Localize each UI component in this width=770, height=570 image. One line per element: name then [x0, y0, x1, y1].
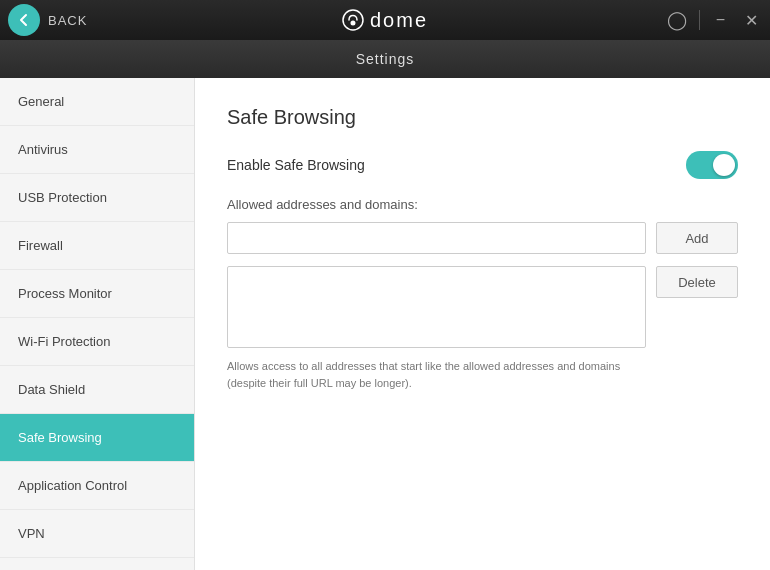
separator	[699, 10, 700, 30]
sidebar-item-general[interactable]: General	[0, 78, 194, 126]
address-input[interactable]	[227, 222, 646, 254]
sidebar-item-data-shield[interactable]: Data Shield	[0, 366, 194, 414]
settings-header: Settings	[0, 40, 770, 78]
sidebar-item-usb-protection[interactable]: USB Protection	[0, 174, 194, 222]
delete-col: Delete	[656, 266, 738, 348]
minimize-button[interactable]: −	[712, 11, 729, 29]
address-textarea[interactable]	[227, 266, 646, 348]
content-area: Safe Browsing Enable Safe Browsing Allow…	[195, 78, 770, 570]
sidebar: General Antivirus USB Protection Firewal…	[0, 78, 195, 570]
back-button[interactable]	[8, 4, 40, 36]
sidebar-item-antivirus[interactable]: Antivirus	[0, 126, 194, 174]
titlebar: BACK dome ◯ − ✕	[0, 0, 770, 40]
address-input-row: Add	[227, 222, 738, 254]
page-title: Safe Browsing	[227, 106, 738, 129]
logo-area: dome	[342, 9, 428, 32]
settings-title: Settings	[356, 51, 415, 67]
sidebar-item-process-monitor[interactable]: Process Monitor	[0, 270, 194, 318]
enable-toggle[interactable]	[686, 151, 738, 179]
svg-point-0	[343, 10, 363, 30]
delete-button[interactable]: Delete	[656, 266, 738, 298]
sidebar-item-firewall[interactable]: Firewall	[0, 222, 194, 270]
logo-icon	[342, 9, 364, 31]
sidebar-item-wifi-protection[interactable]: Wi-Fi Protection	[0, 318, 194, 366]
textarea-row: Delete	[227, 266, 738, 348]
sidebar-item-safe-browsing[interactable]: Safe Browsing	[0, 414, 194, 462]
back-label: BACK	[48, 13, 87, 28]
logo-text: dome	[370, 9, 428, 32]
hint-text: Allows access to all addresses that star…	[227, 358, 637, 391]
close-button[interactable]: ✕	[741, 11, 762, 30]
allowed-label: Allowed addresses and domains:	[227, 197, 738, 212]
add-button[interactable]: Add	[656, 222, 738, 254]
window-controls: ◯ − ✕	[667, 9, 762, 31]
user-icon[interactable]: ◯	[667, 9, 687, 31]
sidebar-item-application-control[interactable]: Application Control	[0, 462, 194, 510]
svg-point-1	[350, 21, 355, 26]
back-area: BACK	[8, 4, 667, 36]
main-layout: General Antivirus USB Protection Firewal…	[0, 78, 770, 570]
sidebar-item-vpn[interactable]: VPN	[0, 510, 194, 558]
enable-row: Enable Safe Browsing	[227, 151, 738, 179]
enable-label: Enable Safe Browsing	[227, 157, 365, 173]
